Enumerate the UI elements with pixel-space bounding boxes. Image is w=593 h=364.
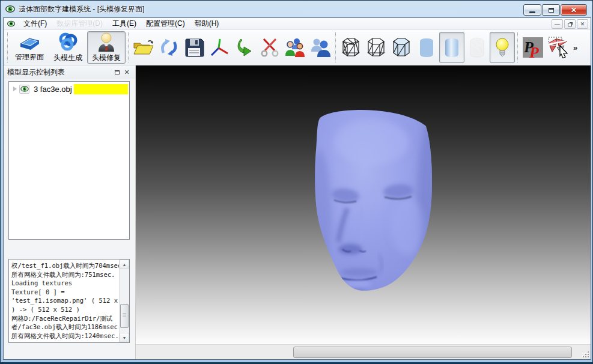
dock-float-button[interactable] <box>112 68 122 76</box>
user-group-blue-icon <box>309 37 332 58</box>
render-textured-button[interactable] <box>464 32 490 63</box>
head-model-repair-label: 头模修复 <box>92 53 121 63</box>
model-control-panel: 模型显示控制列表 ✕ 3 fac3 <box>4 65 136 359</box>
wireframe-cylinder-shaded-icon <box>392 36 411 59</box>
log-line: Loading textures <box>11 279 118 288</box>
render-wireframe-button[interactable] <box>363 32 389 63</box>
smooth-shaded-cylinder-icon <box>443 37 461 58</box>
pp-logo-icon: P P <box>522 37 544 58</box>
reload-model-button[interactable] <box>156 32 181 63</box>
scroll-up-button[interactable]: ▲ <box>120 259 129 269</box>
close-icon: ✕ <box>571 7 577 14</box>
menu-help[interactable]: 帮助(H) <box>190 17 224 30</box>
render-flat-button[interactable] <box>414 32 439 63</box>
head-model-repair-button[interactable]: 头模修复 <box>87 31 126 64</box>
open-file-button[interactable] <box>131 32 156 63</box>
log-line: 者/fac3e.obj载入时间为1186msec. <box>11 323 118 332</box>
rings-icon <box>57 32 79 52</box>
manage-interface-label: 管理界面 <box>15 52 44 62</box>
menubar: 文件(F) 数据库管理(D) 工具(E) 配置管理(C) 帮助(H) — ✕ <box>4 18 591 30</box>
lighting-button[interactable] <box>490 32 515 63</box>
save-button[interactable] <box>181 32 207 63</box>
textured-cylinder-icon <box>468 37 486 58</box>
visibility-toggle[interactable] <box>19 85 29 94</box>
statusbar <box>136 344 591 359</box>
render-hidden-line-button[interactable] <box>389 32 414 63</box>
cut-mesh-button[interactable] <box>257 32 282 63</box>
log-line: 所有网格文件载入时间为:751msec. <box>11 270 118 279</box>
sync-arrows-icon <box>158 37 180 58</box>
save-floppy-icon <box>184 37 204 58</box>
window-title: 遗体面部数字建模系统 - [头模修复界面] <box>19 4 144 14</box>
resize-grip[interactable] <box>582 350 589 357</box>
svg-text:P: P <box>529 44 540 58</box>
toolbar-separator <box>128 32 129 62</box>
mesh-select-button[interactable] <box>546 32 571 63</box>
log-line: 所有网格文件载入时间为:1240msec. <box>11 332 118 341</box>
mdi-minimize-button[interactable]: — <box>552 19 563 29</box>
horizontal-scrollbar-thumb[interactable] <box>293 347 572 358</box>
app-window: 遗体面部数字建模系统 - [头模修复界面] ✕ 文件(F) 数据库管理(D) 工… <box>0 0 593 364</box>
menu-file[interactable]: 文件(F) <box>19 17 52 30</box>
model-tree[interactable]: 3 fac3e.obj <box>8 81 130 240</box>
log-line: Texture[ 0 ] = <box>11 288 118 297</box>
head-model-generate-button[interactable]: 头模生成 <box>49 31 87 64</box>
dock-title: 模型显示控制列表 <box>7 67 112 77</box>
close-button[interactable]: ✕ <box>561 4 587 16</box>
menu-database[interactable]: 数据库管理(D) <box>52 17 108 30</box>
window-content: 文件(F) 数据库管理(D) 工具(E) 配置管理(C) 帮助(H) — ✕ <box>3 17 591 360</box>
model-item-label[interactable]: 3 fac3e.obj <box>32 84 74 94</box>
book-icon <box>18 32 41 52</box>
manage-interface-button[interactable]: 管理界面 <box>10 31 49 64</box>
maximize-icon <box>549 8 554 13</box>
maximize-button[interactable] <box>542 4 560 16</box>
dock-header: 模型显示控制列表 ✕ <box>4 65 135 79</box>
users-blue-button[interactable] <box>308 32 333 63</box>
toolbar-overflow-button[interactable]: » <box>571 43 580 52</box>
tree-row[interactable]: 3 fac3e.obj <box>9 83 129 95</box>
axes-button[interactable] <box>207 32 232 63</box>
toolbar-separator <box>517 32 518 62</box>
wireframe-cylinder-dense-icon <box>341 36 360 59</box>
log-scrollbar[interactable]: ▲ ▼ <box>119 259 129 342</box>
avatar-icon <box>96 32 117 52</box>
mdi-restore-icon <box>568 23 572 26</box>
toolbar-separator <box>335 32 336 62</box>
render-smooth-button[interactable] <box>439 32 464 63</box>
scrollbar-thumb[interactable] <box>120 304 129 328</box>
users-button[interactable] <box>282 32 308 63</box>
log-panel[interactable]: 权/test_f1.obj载入时间为704msec. 所有网格文件载入时间为:7… <box>8 259 130 343</box>
coordinate-axes-icon <box>209 37 230 58</box>
menu-tools[interactable]: 工具(E) <box>108 17 141 30</box>
toolbar: 管理界面 头模生成 <box>4 30 591 65</box>
dock-close-button[interactable]: ✕ <box>122 68 132 76</box>
log-line: 权/test_f1.obj载入时间为704msec. <box>11 261 118 270</box>
open-folder-icon <box>132 38 155 57</box>
log-output: 权/test_f1.obj载入时间为704msec. 所有网格文件载入时间为:7… <box>9 259 119 342</box>
face-model <box>136 65 591 344</box>
rotate-view-button[interactable] <box>232 32 257 63</box>
log-line: 'test_f1.isomap.png' ( 512 x 512 <box>11 296 118 305</box>
minimize-button[interactable] <box>523 4 541 16</box>
3d-viewport[interactable] <box>136 65 591 344</box>
scrollbar-track[interactable] <box>120 269 129 333</box>
scissors-icon <box>259 37 281 58</box>
app-eye-icon <box>5 4 15 14</box>
mdi-window-eye-icon <box>7 20 15 28</box>
minimize-icon <box>529 11 535 13</box>
render-wireframe-dense-button[interactable] <box>338 32 363 63</box>
pp-tool-button[interactable]: P P <box>520 32 546 63</box>
menu-config[interactable]: 配置管理(C) <box>141 17 190 30</box>
expand-arrow-icon[interactable] <box>13 86 17 91</box>
flat-shaded-cylinder-icon <box>418 37 436 58</box>
scroll-down-button[interactable]: ▼ <box>120 333 129 342</box>
float-icon <box>115 70 120 74</box>
rotate-down-arrow-icon <box>234 37 255 58</box>
selection-highlight <box>74 84 128 94</box>
titlebar[interactable]: 遗体面部数字建模系统 - [头模修复界面] ✕ <box>1 1 592 17</box>
eye-icon <box>20 85 29 93</box>
log-line: ) -> ( 512 x 512 ) <box>11 305 118 314</box>
mdi-restore-button[interactable] <box>564 19 576 29</box>
toolbar-grip <box>7 32 8 62</box>
mdi-close-button[interactable]: ✕ <box>577 19 588 29</box>
